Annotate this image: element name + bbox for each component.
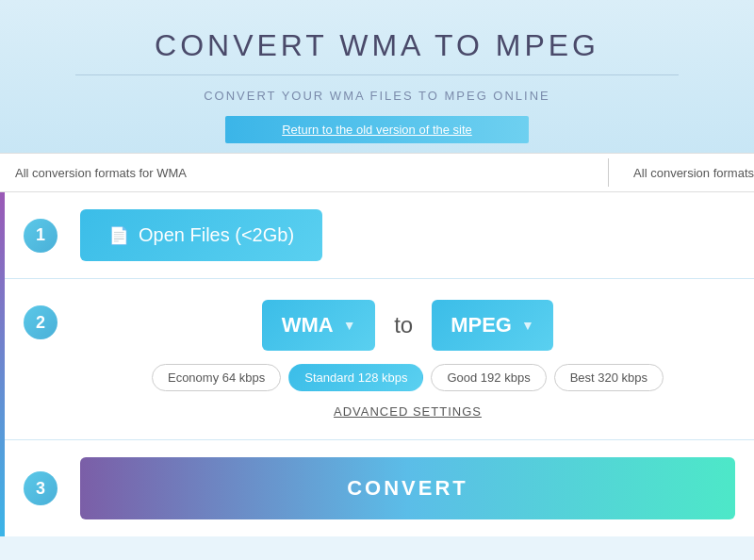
quality-economy[interactable]: Economy 64 kbps (152, 364, 281, 391)
from-format-chevron-icon: ▼ (343, 318, 356, 333)
nav-right-label[interactable]: All conversion formats (618, 166, 754, 180)
step-3-row: 3 CONVERT (5, 440, 754, 536)
nav-left-label[interactable]: All conversion formats for WMA (0, 166, 598, 180)
step-1-number: 1 (24, 219, 57, 253)
step-3-content: CONVERT (80, 457, 735, 519)
page-title: CONVERT WMA TO MPEG (19, 28, 735, 63)
nav-bar: All conversion formats for WMA All conve… (0, 153, 754, 192)
header-divider (75, 74, 679, 75)
to-format-select[interactable]: MPEG ▼ (432, 300, 553, 351)
to-format-chevron-icon: ▼ (521, 318, 534, 333)
step-3-number: 3 (24, 471, 57, 505)
quality-row: Economy 64 kbps Standard 128 kbps Good 1… (152, 364, 664, 391)
to-label: to (394, 312, 413, 338)
quality-best[interactable]: Best 320 kbps (554, 364, 664, 391)
file-icon: 📄 (108, 225, 129, 246)
step-1-content: 📄 Open Files (<2Gb) (80, 209, 735, 261)
open-files-label: Open Files (<2Gb) (139, 224, 294, 246)
from-format-select[interactable]: WMA ▼ (262, 300, 375, 351)
step-1-row: 1 📄 Open Files (<2Gb) (5, 192, 754, 279)
advanced-settings-link[interactable]: ADVANCED SETTINGS (334, 404, 482, 419)
format-row: WMA ▼ to MPEG ▼ (262, 300, 553, 351)
header: CONVERT WMA TO MPEG CONVERT YOUR WMA FIL… (0, 0, 754, 153)
to-format-label: MPEG (451, 313, 512, 338)
step-2-number: 2 (24, 305, 57, 339)
quality-good[interactable]: Good 192 kbps (431, 364, 546, 391)
step-2-content: WMA ▼ to MPEG ▼ Economy 64 kbps Standard… (80, 300, 735, 419)
subtitle: CONVERT YOUR WMA FILES TO MPEG ONLINE (19, 89, 735, 103)
open-files-button[interactable]: 📄 Open Files (<2Gb) (80, 209, 322, 261)
nav-divider (608, 158, 609, 187)
step-2-row: 2 WMA ▼ to MPEG ▼ Economy 64 kbps Sta (5, 279, 754, 440)
from-format-label: WMA (282, 313, 334, 338)
return-link[interactable]: Return to the old version of the site (225, 116, 529, 143)
quality-standard[interactable]: Standard 128 kbps (288, 364, 423, 391)
convert-button[interactable]: CONVERT (80, 457, 735, 519)
